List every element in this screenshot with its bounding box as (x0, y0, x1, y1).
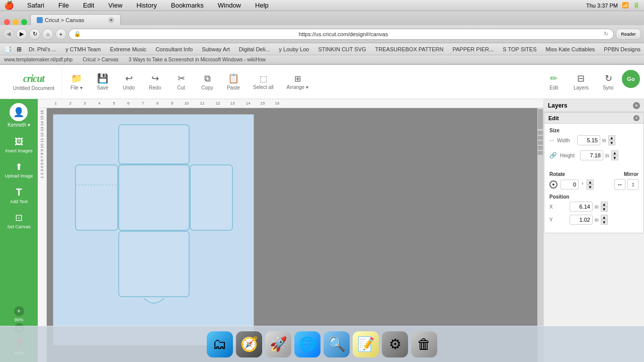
layers-close-button[interactable]: × (633, 102, 640, 109)
mirror-v-button[interactable]: ↕ (627, 179, 638, 190)
x-down[interactable]: ▼ (601, 207, 608, 212)
browser-tab[interactable]: Cricut > Canvas × (30, 14, 121, 25)
x-input[interactable] (570, 202, 593, 212)
menu-history[interactable]: History (133, 1, 159, 10)
rotate-controls: ° ▲ ▼ ↔ ↕ (549, 179, 638, 190)
insert-images-label: Insert Images (5, 148, 33, 153)
menu-window[interactable]: Window (215, 1, 244, 10)
menu-bookmarks[interactable]: Bookmarks (168, 1, 207, 10)
rotate-up[interactable]: ▲ (587, 179, 594, 185)
edit-close-button[interactable]: × (633, 115, 639, 121)
bookmark-6[interactable]: y Louby Loo (277, 45, 311, 53)
bookmark-9[interactable]: PAPPER PIER... (451, 45, 496, 53)
arrange-button[interactable]: ⊞ Arrange ▾ (281, 71, 314, 93)
paste-button[interactable]: 📋 Paste (221, 70, 246, 94)
height-stepper[interactable]: ▲ ▼ (611, 150, 618, 160)
mirror-h-button[interactable]: ↔ (614, 179, 625, 190)
sync-button[interactable]: ↻ Sync (596, 70, 621, 94)
height-input[interactable] (580, 150, 603, 160)
forward-button[interactable]: ▶ (16, 29, 27, 40)
back-button[interactable]: ◀ (3, 29, 14, 40)
menu-file[interactable]: File (55, 1, 72, 10)
dock-settings[interactable]: ⚙ (382, 331, 408, 357)
sidebar-upload-image[interactable]: ⬆ Upload Image (2, 158, 37, 182)
x-up[interactable]: ▲ (601, 202, 608, 207)
dock-safari[interactable]: 🌐 (294, 331, 320, 357)
bookmark-10[interactable]: S TOP SITES (501, 45, 538, 53)
go-button[interactable]: Go (622, 70, 640, 88)
bookmark-1[interactable]: y CTMH Team (63, 45, 103, 53)
rotate-input[interactable] (560, 179, 579, 190)
refresh-button[interactable]: ↻ (29, 29, 40, 40)
save-button[interactable]: 💾 Save (90, 70, 115, 94)
dock-notes[interactable]: 📝 (353, 331, 379, 357)
y-up[interactable]: ▲ (601, 215, 608, 220)
bookmark-11[interactable]: Miss Kate Cuttables (543, 45, 597, 53)
bookmark-2[interactable]: Extreme Music (108, 45, 148, 53)
scroll-indicator-4 (538, 146, 543, 150)
scroll-thumb[interactable] (538, 109, 543, 129)
url-bar[interactable]: 🔒 https://us.cricut.com/design#/canvas ↻ (68, 29, 614, 40)
x-stepper[interactable]: ▲ ▼ (601, 202, 608, 212)
sidebar-set-canvas[interactable]: ⊡ Set Canvas (2, 209, 37, 232)
canvas-scroll[interactable] (47, 108, 537, 362)
bookmark-3[interactable]: Consultant Info (153, 45, 195, 53)
height-up[interactable]: ▲ (611, 150, 618, 155)
url-text[interactable]: https://us.cricut.com/design#/canvas (83, 31, 604, 37)
height-down[interactable]: ▼ (611, 155, 618, 160)
file-icon: 📁 (71, 73, 82, 84)
minimize-button[interactable] (13, 19, 19, 25)
redo-button[interactable]: ↪ Redo (142, 70, 168, 94)
close-button[interactable] (4, 19, 10, 25)
maximize-button[interactable] (21, 19, 27, 25)
y-stepper[interactable]: ▲ ▼ (601, 215, 608, 225)
canvas-container: 1 2 3 4 5 6 7 8 9 10 11 12 13 14 15 16 (38, 99, 543, 362)
undo-button[interactable]: ↩ Undo (116, 70, 141, 94)
dock-finder[interactable]: 🗂 (207, 331, 233, 357)
dock-browser[interactable]: 🔍 (324, 331, 350, 357)
set-canvas-icon: ⊡ (15, 212, 23, 223)
home-button[interactable]: ⌂ (42, 29, 53, 40)
bookmark-4[interactable]: Subway Art (200, 45, 232, 53)
dock-trash[interactable]: 🗑 (411, 331, 437, 357)
bookmarks-bar: 📑 ⊞ Dr. Phil's ... y CTMH Team Extreme M… (0, 43, 644, 55)
document-name[interactable]: Untitled Document (13, 85, 54, 91)
tab-close[interactable]: × (108, 17, 114, 23)
edit-title: Edit (548, 115, 559, 121)
y-down[interactable]: ▼ (601, 220, 608, 225)
bookmark-8[interactable]: TREASUREBOX PATTERN (373, 45, 446, 53)
cut-button[interactable]: ✂ Cut (169, 70, 194, 94)
canvas-mat[interactable] (53, 114, 254, 345)
layers-button[interactable]: ⊟ Layers (568, 70, 595, 94)
zoom-in-button[interactable]: + (14, 306, 24, 316)
new-tab-button[interactable]: + (55, 29, 66, 40)
dock-compass[interactable]: 🧭 (236, 331, 262, 357)
sidebar-add-text[interactable]: T Add Text (2, 184, 37, 207)
file-button[interactable]: 📁 File ▾ (64, 70, 89, 94)
rotate-down[interactable]: ▼ (587, 185, 594, 190)
width-input[interactable] (577, 135, 600, 145)
menu-edit[interactable]: Edit (80, 1, 97, 10)
rotate-stepper[interactable]: ▲ ▼ (587, 179, 594, 190)
select-all-button[interactable]: ⬚ Select all (247, 71, 280, 93)
bookmark-12[interactable]: PPBN Designs (602, 45, 642, 53)
menu-help[interactable]: Help (252, 1, 272, 10)
reader-button[interactable]: Reader (616, 29, 641, 40)
width-up[interactable]: ▲ (608, 135, 615, 140)
dock-launchpad[interactable]: 🚀 (265, 331, 291, 357)
sidebar-insert-images[interactable]: 🖼 Insert Images (2, 134, 37, 156)
menu-safari[interactable]: Safari (24, 1, 47, 10)
ruler-v-marks: 1 2 3 4 5 6 7 8 9 10 11 12 13 14 15 16 (40, 110, 44, 178)
edit-mode-button[interactable]: ✏ Edit (541, 70, 567, 94)
y-input[interactable] (570, 215, 593, 225)
bookmark-5[interactable]: Digital Deli... (237, 45, 272, 53)
bookmark-0[interactable]: Dr. Phil's ... (27, 45, 58, 53)
apple-menu[interactable]: 🍎 (4, 1, 14, 10)
menu-view[interactable]: View (105, 1, 125, 10)
width-down[interactable]: ▼ (608, 140, 615, 145)
copy-button[interactable]: ⧉ Copy (195, 70, 220, 94)
width-stepper[interactable]: ▲ ▼ (608, 135, 615, 145)
sidebar-user[interactable]: 👤 Kenneth ▾ (8, 103, 30, 128)
x-row: X in ▲ ▼ (549, 202, 638, 212)
bookmark-7[interactable]: STINKIN CUT SVG (316, 45, 368, 53)
